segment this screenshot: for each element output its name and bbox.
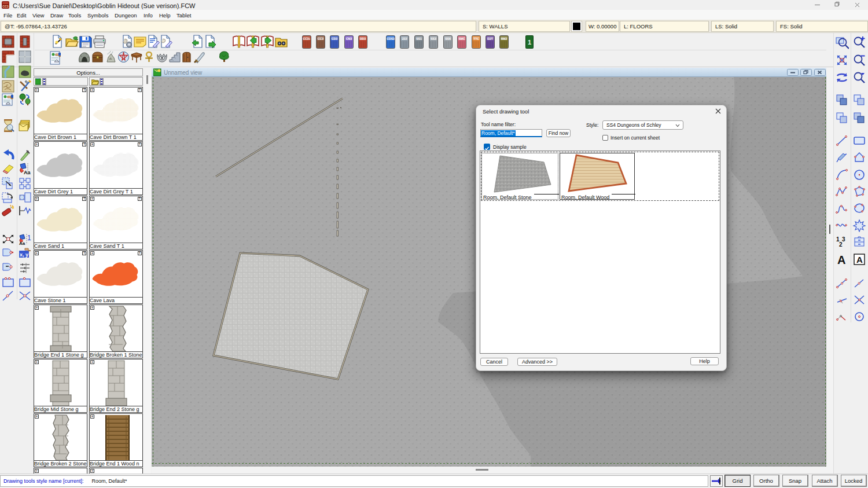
svg-text:SS6: SS6 — [445, 37, 451, 41]
svg-text:CN3: CN3 — [346, 37, 352, 41]
svg-text:1: 1 — [528, 39, 531, 46]
svg-text:Aa: Aa — [24, 170, 31, 175]
svg-text:BM2: BM2 — [501, 37, 507, 41]
svg-text:CC3+: CC3+ — [303, 37, 311, 41]
svg-text:1: 1 — [27, 234, 31, 242]
svg-text:DD3: DD3 — [360, 37, 366, 41]
svg-text:A: A — [837, 254, 845, 266]
svg-text:D2T: D2T — [487, 37, 492, 41]
svg-text:CD3: CD3 — [332, 37, 337, 41]
svg-text:A: A — [856, 255, 863, 265]
svg-text:x, y: x, y — [20, 252, 28, 258]
svg-text:SMC: SMC — [458, 37, 465, 41]
svg-text:CC3: CC3 — [2, 5, 8, 8]
svg-text:3: 3 — [842, 236, 845, 243]
svg-text:SS1: SS1 — [416, 37, 422, 41]
svg-text:TTC: TTC — [473, 37, 479, 41]
svg-text:CC3: CC3 — [318, 37, 323, 41]
svg-text:222: 222 — [402, 37, 407, 41]
svg-text:COS3: COS3 — [387, 37, 395, 41]
svg-text:SS3: SS3 — [431, 37, 436, 41]
svg-text:Aa: Aa — [19, 241, 25, 246]
